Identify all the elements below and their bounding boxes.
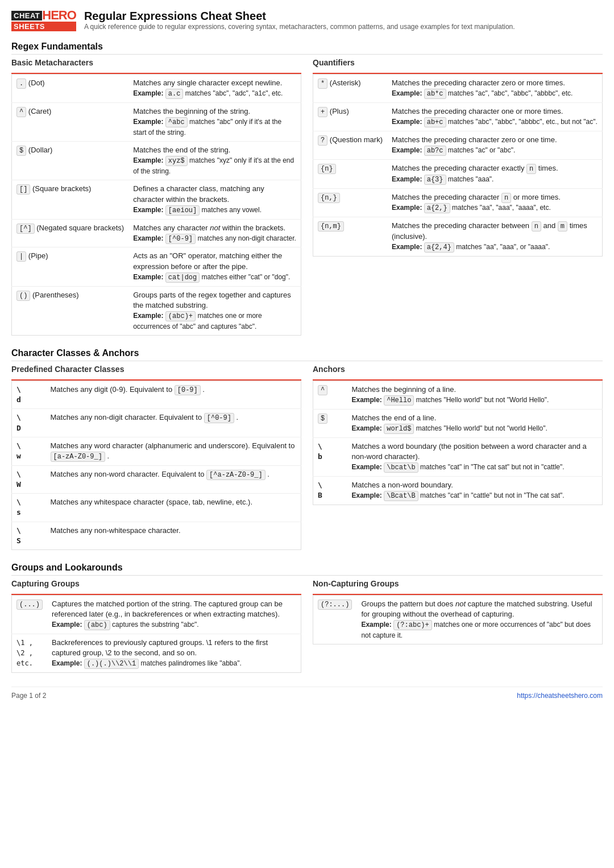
desc-neg-brackets: Matches any character not within the bra…: [128, 219, 301, 247]
table-row: \ w Matches any word character (alphanum…: [12, 437, 301, 465]
symbol-asterisk: * (Asterisk): [313, 75, 388, 103]
desc-dot: Matches any single character except newl…: [128, 75, 301, 103]
desc-anchor-b: Matches a word boundary (the position be…: [347, 437, 603, 476]
non-capturing-table: (?:...) Groups the pattern but does not …: [313, 595, 603, 644]
footer: Page 1 of 2 https://cheatsheetshero.com: [11, 687, 603, 700]
symbol-plus: + (Plus): [313, 102, 388, 131]
symbol-anchor-b: \ b: [313, 437, 347, 476]
subsection-title-non-capturing: Non-Capturing Groups: [313, 579, 603, 588]
desc-caret: Matches the beginning of the string. Exa…: [128, 102, 301, 141]
desc-capturing: Captures the matched portion of the stri…: [47, 595, 301, 634]
table-row: \ D Matches any non-digit character. Equ…: [12, 409, 301, 437]
logo-hero-text: HERO: [42, 9, 76, 22]
section-title-fundamentals: Regex Fundamentals: [11, 42, 603, 55]
header: CHEAT HERO SHEETS Regular Expressions Ch…: [11, 9, 603, 31]
table-row: + (Plus) Matches the preceding character…: [313, 102, 603, 131]
table-row: $ (Dollar) Matches the end of the string…: [12, 142, 301, 180]
page-subtitle: A quick reference guide to regular expre…: [84, 23, 515, 31]
symbol-anchor-B: \ B: [313, 477, 347, 505]
symbol-neg-brackets: [^] (Negated square brackets): [12, 219, 129, 247]
desc-s: Matches any whitespace character (space,…: [46, 494, 301, 522]
table-row: ? (Question mark) Matches the preceding …: [313, 131, 603, 159]
table-row: ^ Matches the beginning of a line. Examp…: [313, 381, 603, 410]
symbol-backref: \1 , \2 , etc.: [12, 634, 48, 673]
anchors-table: ^ Matches the beginning of a line. Examp…: [313, 381, 603, 505]
desc-n: Matches the preceding character exactly …: [387, 159, 602, 188]
subsection-title-predefined: Predefined Character Classes: [11, 365, 301, 374]
table-row: {n,m} Matches the preceding character be…: [313, 217, 603, 257]
page-number: Page 1 of 2: [11, 692, 46, 700]
table-row: {n} Matches the preceding character exac…: [313, 159, 603, 188]
symbol-d: \ d: [12, 381, 46, 409]
symbol-n-comma: {n,}: [313, 188, 388, 217]
desc-S: Matches any non-whitespace character.: [46, 522, 301, 549]
desc-question: Matches the preceding character zero or …: [387, 131, 602, 159]
symbol-capturing: (...): [12, 595, 48, 634]
section-char-classes: Character Classes & Anchors Predefined C…: [11, 348, 603, 552]
fundamentals-two-col: Basic Metacharacters . (Dot) Matches any…: [11, 58, 603, 338]
symbol-W: \ W: [12, 465, 46, 493]
desc-W: Matches any non-word character. Equivale…: [46, 465, 301, 493]
desc-pipe: Acts as an "OR" operator, matching eithe…: [128, 247, 301, 286]
non-capturing-groups-panel: Non-Capturing Groups (?:...) Groups the …: [313, 579, 603, 675]
table-row: () (Parentheses) Groups parts of the reg…: [12, 286, 301, 335]
header-text: Regular Expressions Cheat Sheet A quick …: [84, 10, 515, 31]
subsection-title-metacharacters: Basic Metacharacters: [11, 58, 301, 67]
desc-anchor-B: Matches a non-word boundary. Example: \B…: [347, 477, 603, 505]
desc-parens: Groups parts of the regex together and c…: [128, 286, 301, 335]
symbol-dollar: $ (Dollar): [12, 142, 129, 180]
section-regex-fundamentals: Regex Fundamentals Basic Metacharacters …: [11, 42, 603, 338]
symbol-w: \ w: [12, 437, 46, 465]
footer-link[interactable]: https://cheatsheetshero.com: [517, 692, 603, 700]
desc-d: Matches any digit (0-9). Equivalent to […: [46, 381, 301, 409]
desc-n-m: Matches the preceding character between …: [387, 217, 602, 257]
symbol-pipe: | (Pipe): [12, 247, 129, 286]
table-row: (...) Captures the matched portion of th…: [12, 595, 301, 634]
table-row: [^] (Negated square brackets) Matches an…: [12, 219, 301, 247]
table-row: \ d Matches any digit (0-9). Equivalent …: [12, 381, 301, 409]
table-row: | (Pipe) Acts as an "OR" operator, match…: [12, 247, 301, 286]
capturing-table: (...) Captures the matched portion of th…: [11, 595, 301, 673]
desc-D: Matches any non-digit character. Equival…: [46, 409, 301, 437]
subsection-title-capturing: Capturing Groups: [11, 579, 301, 588]
page-title: Regular Expressions Cheat Sheet: [84, 10, 515, 23]
desc-plus: Matches the preceding character one or m…: [387, 102, 602, 131]
symbol-n: {n}: [313, 159, 388, 188]
char-classes-two-col: Predefined Character Classes \ d Matches…: [11, 365, 603, 552]
quantifiers-panel: Quantifiers * (Asterisk) Matches the pre…: [313, 58, 603, 338]
symbol-question: ? (Question mark): [313, 131, 388, 159]
metacharacters-table: . (Dot) Matches any single character exc…: [11, 74, 301, 336]
quantifiers-table: * (Asterisk) Matches the preceding chara…: [313, 74, 603, 257]
section-groups-lookarounds: Groups and Lookarounds Capturing Groups …: [11, 563, 603, 675]
desc-brackets: Defines a character class, matching any …: [128, 180, 301, 219]
logo: CHEAT HERO SHEETS: [11, 9, 76, 31]
symbol-n-m: {n,m}: [313, 217, 388, 257]
predefined-classes-panel: Predefined Character Classes \ d Matches…: [11, 365, 301, 552]
table-row: \1 , \2 , etc. Backreferences to previou…: [12, 634, 301, 673]
capturing-groups-panel: Capturing Groups (...) Captures the matc…: [11, 579, 301, 675]
table-row: (?:...) Groups the pattern but does not …: [313, 595, 603, 644]
section-title-groups: Groups and Lookarounds: [11, 563, 603, 576]
table-row: \ B Matches a non-word boundary. Example…: [313, 477, 603, 505]
desc-anchor-caret: Matches the beginning of a line. Example…: [347, 381, 603, 410]
symbol-parens: () (Parentheses): [12, 286, 129, 335]
table-row: . (Dot) Matches any single character exc…: [12, 75, 301, 103]
table-row: \ s Matches any whitespace character (sp…: [12, 494, 301, 522]
desc-asterisk: Matches the preceding character zero or …: [387, 75, 602, 103]
symbol-anchor-dollar: $: [313, 410, 347, 438]
subsection-title-quantifiers: Quantifiers: [313, 58, 603, 67]
table-row: * (Asterisk) Matches the preceding chara…: [313, 75, 603, 103]
desc-w: Matches any word character (alphanumeric…: [46, 437, 301, 465]
desc-n-comma: Matches the preceding character n or mor…: [387, 188, 602, 217]
desc-backref: Backreferences to previously captured gr…: [47, 634, 301, 673]
anchors-panel: Anchors ^ Matches the beginning of a lin…: [313, 365, 603, 552]
desc-dollar: Matches the end of the string. Example: …: [128, 142, 301, 180]
table-row: \ W Matches any non-word character. Equi…: [12, 465, 301, 493]
logo-sheets-text: SHEETS: [11, 22, 76, 31]
table-row: [] (Square brackets) Defines a character…: [12, 180, 301, 219]
symbol-brackets: [] (Square brackets): [12, 180, 129, 219]
section-title-char-classes: Character Classes & Anchors: [11, 348, 603, 361]
basic-metacharacters-panel: Basic Metacharacters . (Dot) Matches any…: [11, 58, 301, 338]
predefined-table: \ d Matches any digit (0-9). Equivalent …: [11, 381, 301, 550]
symbol-dot: . (Dot): [12, 75, 129, 103]
